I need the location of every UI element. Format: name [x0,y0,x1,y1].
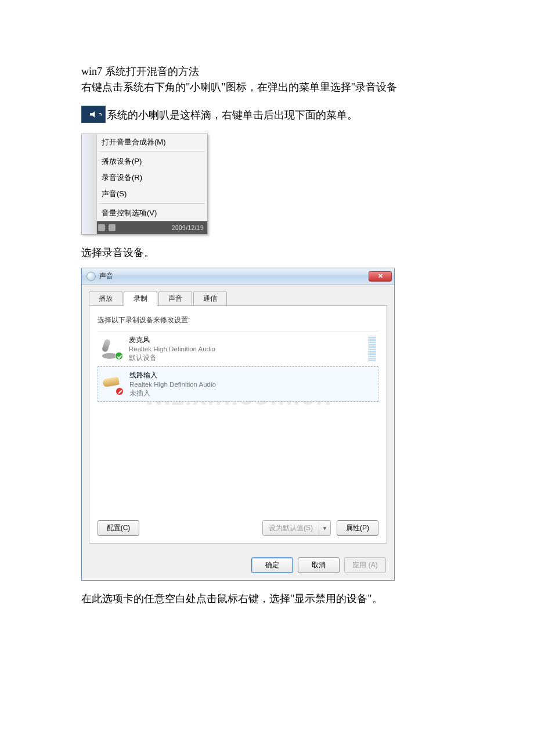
ok-button[interactable]: 确定 [251,557,293,573]
dialog-title: 声音 [99,271,369,281]
dialog-footer: 确定 取消 应用 (A) [82,552,394,580]
properties-button[interactable]: 属性(P) [337,520,378,536]
set-default-label: 设为默认值(S) [263,521,319,535]
apply-button[interactable]: 应用 (A) [344,557,386,573]
microphone-icon [100,337,123,360]
menu-volume-options[interactable]: 音量控制选项(V) [82,205,207,221]
configure-button[interactable]: 配置(C) [98,520,139,536]
device-row-linein[interactable]: 线路输入 Realtek High Definition Audio 未插入 [98,366,378,402]
device-status: 未插入 [129,389,376,398]
tray-datetime: 2009/12/19 [172,225,204,231]
article-p2: 系统的小喇叭是这样滴，右键单击后出现下面的菜单。 [107,107,358,123]
article-p1: 右键点击系统右下角的"小喇叭"图标，在弹出的菜单里选择"录音设备 [81,80,453,95]
panel-instruction-label: 选择以下录制设备来修改设置: [98,315,378,325]
tray-speaker-icon [109,224,116,231]
system-tray-speaker-icon[interactable] [81,106,106,123]
sound-dialog: 声音 ✕ 播放 录制 声音 通信 选择以下录制设备来修改设置: w.zixin.… [81,268,395,581]
article-p4: 在此选项卡的任意空白处点击鼠标右键，选择"显示禁用的设备"。 [81,591,453,607]
set-default-dropdown-arrow[interactable]: ▼ [319,521,330,535]
device-list: 麦克风 Realtek High Definition Audio 默认设备 线 [98,331,378,402]
menu-recording-devices[interactable]: 录音设备(R) [82,170,207,186]
article-p3: 选择录音设备。 [81,245,453,261]
dialog-title-icon [86,272,96,281]
tab-recording[interactable]: 录制 [124,291,157,306]
set-default-split-button[interactable]: 设为默认值(S) ▼ [262,520,331,536]
menu-playback-devices[interactable]: 播放设备(P) [82,153,207,170]
dialog-titlebar: 声音 ✕ [82,268,394,285]
tab-communications[interactable]: 通信 [193,291,227,306]
tab-sounds[interactable]: 声音 [158,291,192,306]
tray-context-menu: 打开音量合成器(M) 播放设备(P) 录音设备(R) 声音(S) 音量控制选项(… [81,134,208,235]
dialog-close-button[interactable]: ✕ [369,271,392,282]
menu-separator [99,203,205,204]
speaker-wave-icon [99,113,102,116]
article-title: win7 系统打开混音的方法 [81,64,453,80]
tab-strip: 播放 录制 声音 通信 [89,291,387,306]
device-driver: Realtek High Definition Audio [129,345,365,354]
device-status: 默认设备 [129,354,365,362]
status-default-icon [115,352,123,360]
speaker-icon [90,110,98,118]
recording-tab-panel[interactable]: 选择以下录制设备来修改设置: w.zixin.com.cn 麦克风 Realte… [89,305,387,543]
tab-playback[interactable]: 播放 [89,291,122,306]
level-meter [368,336,376,361]
line-in-icon [100,372,124,395]
device-row-microphone[interactable]: 麦克风 Realtek High Definition Audio 默认设备 [98,332,378,366]
menu-footer: 2009/12/19 [82,221,207,234]
device-driver: Realtek High Definition Audio [129,380,376,389]
menu-separator [99,152,205,152]
status-unplugged-icon [116,387,124,395]
tray-wifi-icon [98,224,105,231]
menu-sounds[interactable]: 声音(S) [82,186,207,202]
device-name: 线路输入 [129,370,376,380]
device-name: 麦克风 [129,335,365,345]
menu-open-mixer[interactable]: 打开音量合成器(M) [82,134,207,150]
cancel-button[interactable]: 取消 [298,557,340,573]
